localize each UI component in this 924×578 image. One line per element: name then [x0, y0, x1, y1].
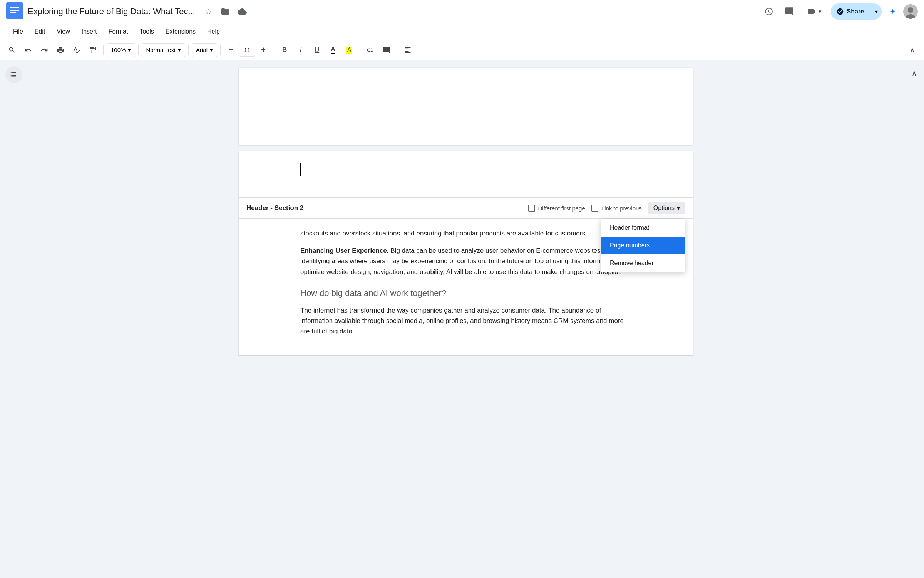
- menu-file[interactable]: File: [8, 26, 28, 37]
- menu-bar: File Edit View Insert Format Tools Exten…: [0, 23, 924, 40]
- collapse-button[interactable]: ∧: [907, 66, 921, 80]
- insert-link-button[interactable]: [363, 43, 378, 57]
- font-size-input[interactable]: 11: [239, 44, 255, 57]
- italic-button[interactable]: I: [293, 43, 308, 57]
- font-selector[interactable]: Arial ▾: [192, 43, 217, 57]
- options-dropdown: Header format Page numbers Remove header: [601, 219, 685, 272]
- page-1: [239, 68, 693, 145]
- link-to-previous-label: Link to previous: [601, 205, 642, 212]
- avatar[interactable]: [903, 4, 918, 19]
- underline-button[interactable]: U: [310, 43, 324, 57]
- menu-tools[interactable]: Tools: [134, 26, 159, 37]
- divider-3: [188, 45, 189, 55]
- more-options-button[interactable]: ⋮: [417, 43, 431, 57]
- collapse-toolbar-button[interactable]: ∧: [905, 43, 919, 57]
- insert-comment-button[interactable]: [379, 43, 394, 57]
- font-size-decrease[interactable]: −: [224, 43, 238, 57]
- redo-button[interactable]: [37, 43, 52, 57]
- text-style-arrow: ▾: [178, 47, 181, 54]
- zoom-value: 100%: [111, 47, 126, 53]
- gemini-icon[interactable]: ✦: [886, 5, 899, 18]
- share-label: Share: [847, 8, 864, 15]
- options-arrow: ▾: [677, 205, 680, 212]
- para-2-bold: Enhancing User Experience.: [300, 247, 389, 254]
- menu-help[interactable]: Help: [202, 26, 225, 37]
- different-first-page-box[interactable]: [528, 205, 535, 212]
- meet-button[interactable]: ▾: [802, 4, 827, 19]
- menu-insert[interactable]: Insert: [76, 26, 102, 37]
- app-icon[interactable]: [6, 2, 23, 21]
- share-dropdown-arrow[interactable]: ▾: [871, 3, 882, 20]
- doc-title[interactable]: Exploring the Future of Big Data: What T…: [28, 7, 195, 17]
- page-1-top: [239, 68, 693, 145]
- para-3: The internet has transformed the way com…: [300, 305, 631, 337]
- main-area: Header - Section 2 Different first page …: [0, 60, 924, 578]
- menu-view[interactable]: View: [51, 26, 75, 37]
- top-bar-right: ▾ Share ▾ ✦: [760, 3, 918, 20]
- different-first-page-label: Different first page: [538, 205, 585, 212]
- dropdown-header-format[interactable]: Header format: [601, 219, 685, 237]
- menu-extensions[interactable]: Extensions: [160, 26, 201, 37]
- menu-format[interactable]: Format: [103, 26, 134, 37]
- paint-format-button[interactable]: [85, 43, 100, 57]
- para-1: stockouts and overstock situations, and …: [300, 228, 631, 239]
- top-bar-icons: ☆: [203, 6, 248, 17]
- font-size-increase[interactable]: +: [256, 43, 271, 57]
- svg-rect-3: [10, 12, 16, 13]
- text-style-selector[interactable]: Normal text ▾: [142, 43, 185, 57]
- zoom-arrow: ▾: [128, 47, 131, 54]
- highlight-button[interactable]: A: [342, 43, 357, 57]
- text-color-button[interactable]: A: [326, 43, 340, 57]
- text-cursor: [300, 163, 301, 176]
- svg-rect-1: [10, 7, 19, 8]
- divider-2: [138, 45, 139, 55]
- svg-point-5: [908, 7, 913, 13]
- share-main: Share: [831, 8, 871, 15]
- page-2-content[interactable]: [239, 151, 693, 197]
- options-label: Options: [653, 205, 675, 212]
- meet-label: ▾: [819, 8, 822, 15]
- menu-edit[interactable]: Edit: [29, 26, 51, 37]
- top-bar: Exploring the Future of Big Data: What T…: [0, 0, 924, 23]
- font-value: Arial: [196, 47, 208, 53]
- cloud-icon[interactable]: [237, 6, 248, 17]
- search-button[interactable]: [5, 43, 19, 57]
- header-section: Header - Section 2 Different first page …: [239, 197, 693, 355]
- right-panel: ∧: [904, 60, 924, 578]
- para-2: Enhancing User Experience. Big data can …: [300, 245, 631, 277]
- divider-1: [103, 45, 104, 55]
- divider-4: [220, 45, 221, 55]
- font-size-control: − 11 +: [224, 43, 271, 57]
- undo-button[interactable]: [21, 43, 35, 57]
- divider-5: [274, 45, 274, 55]
- header-label: Header - Section 2: [246, 204, 303, 212]
- svg-rect-2: [10, 10, 19, 11]
- star-icon[interactable]: ☆: [203, 6, 214, 17]
- folder-move-icon[interactable]: [220, 6, 231, 17]
- dropdown-page-numbers[interactable]: Page numbers: [601, 237, 685, 254]
- toolbar: 100% ▾ Normal text ▾ Arial ▾ − 11 + B I …: [0, 40, 924, 60]
- header-toolbar: Header - Section 2 Different first page …: [239, 197, 693, 219]
- align-left-button[interactable]: [400, 43, 415, 57]
- divider-6: [360, 45, 360, 55]
- doc-area: Header - Section 2 Different first page …: [28, 60, 904, 578]
- page-2: Header - Section 2 Different first page …: [239, 151, 693, 355]
- history-icon[interactable]: [760, 3, 777, 20]
- outline-icon[interactable]: [5, 66, 22, 83]
- print-button[interactable]: [53, 43, 68, 57]
- font-arrow: ▾: [210, 47, 213, 54]
- zoom-selector[interactable]: 100% ▾: [107, 43, 135, 57]
- dropdown-remove-header[interactable]: Remove header: [601, 254, 685, 272]
- options-button[interactable]: Options ▾: [648, 202, 685, 214]
- spell-check-button[interactable]: [69, 43, 84, 57]
- link-to-previous-checkbox[interactable]: Link to previous: [591, 205, 642, 212]
- link-to-previous-box[interactable]: [591, 205, 598, 212]
- section-heading: How do big data and AI work together?: [300, 286, 631, 300]
- different-first-page-checkbox[interactable]: Different first page: [528, 205, 585, 212]
- text-style-value: Normal text: [146, 47, 176, 53]
- left-panel: [0, 60, 28, 578]
- divider-7: [397, 45, 397, 55]
- bold-button[interactable]: B: [277, 43, 292, 57]
- share-button[interactable]: Share ▾: [831, 3, 882, 20]
- comments-icon[interactable]: [781, 3, 798, 20]
